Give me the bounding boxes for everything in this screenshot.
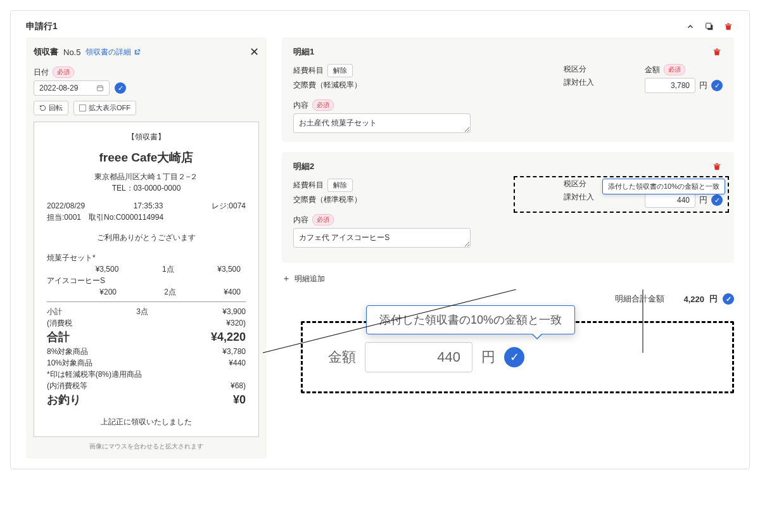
delete-detail2-icon[interactable] (711, 161, 723, 172)
receipt-img-address: 東京都品川区大崎１丁目２−２ (47, 171, 246, 182)
svg-rect-1 (706, 23, 711, 28)
receipt-title: 領収書 (34, 46, 58, 58)
delete-line-icon[interactable] (723, 21, 734, 32)
add-detail-button[interactable]: ＋ 明細追加 (282, 273, 734, 284)
expense-line-panel: 申請行1 領収書 No.5 領収書の詳細 (10, 10, 750, 469)
panel-header: 申請行1 (26, 21, 734, 32)
delete-detail1-icon[interactable] (711, 46, 723, 58)
required-badge: 必須 (53, 66, 74, 78)
receipt-detail-link[interactable]: 領収書の詳細 (86, 47, 141, 58)
detail2-content-input[interactable]: カフェ代 アイスコーヒーS (293, 228, 471, 248)
detail1-match-check-icon: ✓ (711, 80, 723, 91)
detail1-amount-input[interactable]: 3,780 (645, 78, 695, 93)
detail-block-1: 明細1 経費科目 解除 交際費（軽減税率） 税区分 (282, 37, 734, 142)
detail2-account-value: 交際費（標準税率） (293, 194, 362, 205)
zoom-toggle-button[interactable]: 拡大表示OFF (73, 101, 136, 115)
calendar-icon (96, 84, 104, 92)
detail1-account-value: 交際費（軽減税率） (293, 80, 362, 91)
detail1-content-input[interactable]: お土産代 焼菓子セット (293, 113, 471, 133)
date-input[interactable]: 2022-08-29 (34, 80, 110, 96)
detail1-tax-value: 課対仕入 (564, 77, 594, 88)
collapse-icon[interactable] (685, 21, 696, 32)
receipt-panel: 領収書 No.5 領収書の詳細 ✕ 日付 必須 2022-08-29 (26, 37, 267, 459)
totals-row: 明細合計金額 4,220 円 ✓ (282, 293, 734, 305)
receipt-img-store: freee Cafe大崎店 (47, 149, 246, 167)
detail2-unlink-button[interactable]: 解除 (327, 179, 353, 192)
zoom-amount-input[interactable]: 440 (365, 342, 472, 372)
close-icon[interactable]: ✕ (250, 45, 259, 59)
receipt-img-tel: TEL：03-0000-0000 (47, 182, 246, 194)
rotate-icon (39, 104, 46, 111)
rotate-button[interactable]: 回転 (34, 101, 68, 115)
svg-rect-2 (98, 86, 103, 91)
details-column: 明細1 経費科目 解除 交際費（軽減税率） 税区分 (282, 37, 734, 459)
date-label: 日付 (34, 67, 49, 78)
plus-icon: ＋ (282, 273, 291, 284)
zoom-callout: 添付した領収書の10%の金額と一致 金額 440 円 ✓ (282, 321, 734, 393)
detail2-amount-tooltip: 添付した領収書の10%の金額と一致 (602, 179, 725, 194)
total-match-check-icon: ✓ (723, 293, 734, 305)
panel-title: 申請行1 (26, 21, 58, 32)
zoom-match-check-icon: ✓ (504, 347, 524, 367)
receipt-img-header: 【領収書】 (47, 131, 246, 142)
copy-icon[interactable] (704, 21, 715, 32)
detail1-unlink-button[interactable]: 解除 (327, 64, 353, 77)
zoom-amount-label: 金額 (328, 348, 356, 367)
checkbox-icon (79, 104, 86, 111)
detail-block-2: 明細2 添付した領収書の10%の金額と一致 経費科目 解除 交際費（標準税率） (282, 152, 734, 263)
receipt-caption: 画像にマウスを合わせると拡大されます (34, 442, 259, 451)
zoom-tooltip: 添付した領収書の10%の金額と一致 (366, 305, 575, 334)
receipt-number: No.5 (63, 48, 80, 57)
date-match-check-icon: ✓ (115, 82, 126, 94)
detail2-title: 明細2 (293, 161, 314, 172)
receipt-image: 【領収書】 freee Cafe大崎店 東京都品川区大崎１丁目２−２ TEL：0… (34, 122, 259, 437)
detail1-title: 明細1 (293, 46, 314, 58)
